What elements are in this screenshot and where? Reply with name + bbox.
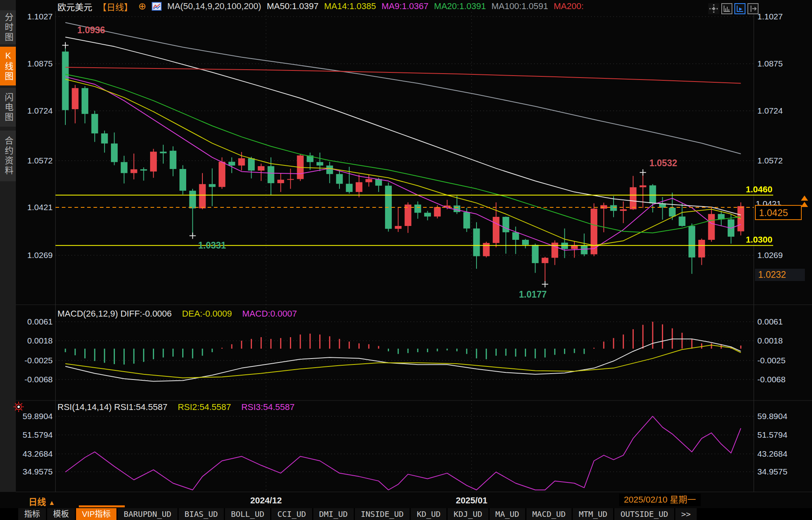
candle[interactable] [101, 133, 108, 143]
candle[interactable] [356, 182, 362, 192]
auto-fit-icon[interactable] [734, 3, 745, 14]
candle[interactable] [316, 162, 323, 166]
alert-icon[interactable] [13, 401, 24, 412]
chart-canvas[interactable]: 1.10271.10271.08751.08751.07241.07241.05… [0, 0, 812, 508]
axis-scale-icon[interactable] [721, 3, 732, 14]
candle[interactable] [512, 232, 519, 240]
candle[interactable] [679, 216, 685, 226]
hide-scale-icon[interactable] [747, 3, 759, 14]
ma14-line [65, 79, 741, 245]
candle[interactable] [493, 217, 499, 243]
mini-chart-icon[interactable] [152, 2, 162, 11]
candle[interactable] [170, 151, 176, 169]
candle[interactable] [424, 213, 431, 217]
candle[interactable] [287, 179, 294, 180]
toolbar-tab-boll_ud[interactable]: BOLL_UD [225, 508, 270, 520]
sidebar-item-lightning[interactable]: 闪电图 [0, 88, 16, 127]
period-selector[interactable]: 日线 ▲ [29, 495, 55, 507]
candle[interactable] [454, 205, 460, 212]
candle[interactable] [463, 212, 470, 228]
candle[interactable] [219, 162, 225, 187]
toolbar-tab-ma_ud[interactable]: MA_UD [490, 508, 525, 520]
candle[interactable] [267, 166, 274, 183]
candle[interactable] [111, 144, 118, 162]
candle[interactable] [366, 179, 372, 182]
candle[interactable] [649, 185, 656, 203]
toolbar-tab-模板[interactable]: 模板 [47, 508, 75, 520]
add-indicator-icon[interactable]: ⊕ [138, 2, 146, 10]
candle[interactable] [541, 258, 548, 263]
ma20-line [65, 74, 741, 233]
toolbar-tab-dmi_ud[interactable]: DMI_UD [313, 508, 354, 520]
resistance-level-label: 1.0460 [707, 184, 772, 195]
candle[interactable] [581, 245, 587, 254]
candle[interactable] [91, 114, 98, 133]
toolbar-tab-指标[interactable]: 指标 [18, 508, 46, 520]
candle[interactable] [688, 226, 695, 258]
candle[interactable] [229, 162, 235, 166]
candle[interactable] [640, 185, 646, 187]
candle[interactable] [483, 243, 490, 256]
candle[interactable] [130, 169, 137, 173]
candle[interactable] [179, 169, 186, 191]
candle[interactable] [189, 191, 196, 209]
price-marker-label: 1.0532 [649, 158, 677, 168]
candle[interactable] [630, 187, 637, 209]
candle[interactable] [258, 166, 265, 171]
candle[interactable] [434, 207, 441, 216]
rsi-title[interactable]: RSI(14,14,14) RSI1:54.5587 [57, 402, 168, 412]
toolbar-tab-vip指标[interactable]: VIP指标 [76, 508, 116, 520]
rsi-line [65, 416, 741, 490]
candle[interactable] [72, 88, 78, 109]
ma-settings-label[interactable]: MA(50,14,9,20,100,200) [167, 1, 261, 11]
candle[interactable] [571, 245, 578, 249]
candle[interactable] [610, 205, 617, 211]
candle[interactable] [346, 184, 353, 192]
toolbar-tab-cci_ud[interactable]: CCI_UD [271, 508, 312, 520]
candle[interactable] [150, 152, 157, 171]
candle[interactable] [209, 184, 215, 187]
candle[interactable] [140, 169, 147, 171]
candle[interactable] [277, 180, 284, 183]
candle[interactable] [698, 240, 705, 258]
rsi3-value: RSI3:54.5587 [241, 402, 295, 412]
candle[interactable] [160, 152, 167, 153]
toolbar-tab->>[interactable]: >> [675, 508, 697, 520]
toolbar-tab-macd_ud[interactable]: MACD_UD [526, 508, 572, 520]
sidebar-item-kline[interactable]: K线图 [0, 47, 16, 85]
toolbar-tab-bias_ud[interactable]: BIAS_UD [179, 508, 224, 520]
sidebar-item-label: K线图 [2, 51, 14, 82]
sidebar-item-timeshare[interactable]: 分时图 [0, 10, 16, 44]
candle[interactable] [414, 205, 421, 213]
toolbar-tab-outside_ud[interactable]: OUTSIDE_UD [614, 508, 674, 520]
candle[interactable] [600, 205, 607, 209]
candle[interactable] [248, 158, 255, 171]
candle[interactable] [199, 184, 206, 208]
toolbar-tab-kd_ud[interactable]: KD_UD [411, 508, 446, 520]
period-tag[interactable]: 【日线】 [98, 0, 133, 13]
candle[interactable] [82, 88, 88, 114]
candle[interactable] [326, 165, 333, 174]
candle[interactable] [473, 228, 480, 256]
candle[interactable] [62, 51, 69, 110]
scrollbar-thumb[interactable] [79, 505, 125, 507]
toolbar-tab-mtm_ud[interactable]: MTM_UD [573, 508, 613, 520]
price-axis-tick-right: 1.1027 [757, 12, 783, 21]
candle[interactable] [551, 243, 558, 258]
candle[interactable] [121, 162, 128, 173]
candle[interactable] [395, 226, 402, 229]
toolbar-tab-inside_ud[interactable]: INSIDE_UD [355, 508, 410, 520]
candle[interactable] [532, 245, 539, 263]
toolbar-tab-kdj_ud[interactable]: KDJ_UD [448, 508, 488, 520]
candle[interactable] [336, 174, 343, 184]
macd-title[interactable]: MACD(26,12,9) DIFF:-0.0006 [57, 309, 172, 319]
candle[interactable] [522, 240, 529, 245]
candle[interactable] [238, 158, 245, 165]
candle[interactable] [620, 209, 627, 211]
price-marker-label: 1.0177 [519, 289, 547, 300]
toolbar-tab-barupdn_ud[interactable]: BARUPDN_UD [118, 508, 177, 520]
crosshair-tool-icon[interactable] [708, 3, 719, 14]
candle[interactable] [503, 217, 509, 232]
candle[interactable] [669, 208, 676, 216]
sidebar-item-contract-info[interactable]: 合约资料 [0, 131, 16, 181]
